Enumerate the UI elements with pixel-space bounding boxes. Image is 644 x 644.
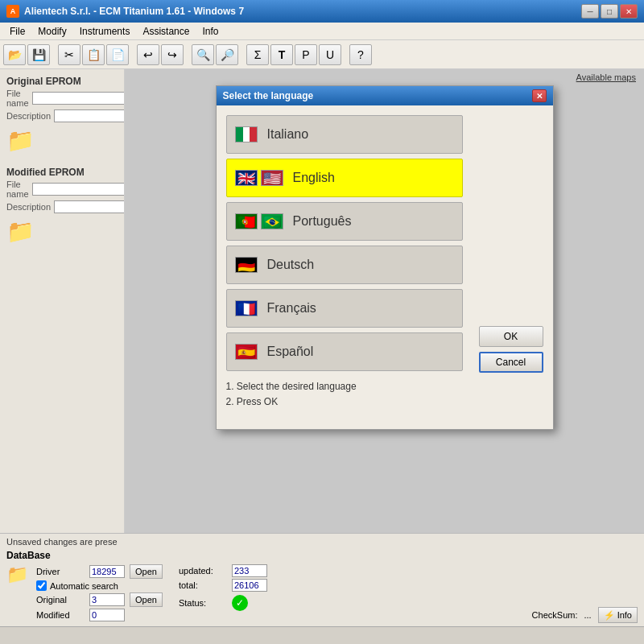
app-icon: A	[6, 5, 19, 18]
ok-button[interactable]: OK	[479, 326, 543, 347]
tb-zoom-out[interactable]: 🔎	[216, 44, 238, 65]
driver-open-button[interactable]: Open	[130, 564, 163, 579]
original-eprom-label: Original EPROM	[6, 76, 118, 87]
instructions: 1. Select the desired language 2. Press …	[226, 379, 543, 410]
close-button[interactable]: ✕	[620, 4, 638, 19]
menu-instruments[interactable]: Instruments	[73, 24, 137, 39]
flag-it	[235, 126, 258, 142]
modal-overlay: Select the language ✕ Ital	[125, 69, 644, 533]
italiano-label: Italiano	[267, 127, 309, 142]
flag-de	[235, 257, 258, 273]
flag-uk	[235, 170, 258, 186]
italiano-flags	[235, 126, 258, 142]
dialog-actions: OK Cancel	[463, 115, 543, 376]
portugues-label: Português	[293, 214, 352, 229]
tb-print[interactable]: P	[295, 44, 317, 65]
info-icon: ⚡	[604, 610, 615, 621]
original-label: Original	[36, 595, 85, 605]
language-list: Italiano English	[226, 115, 463, 376]
status-label: Status:	[179, 598, 227, 608]
driver-label: Driver	[36, 567, 85, 576]
espanol-label: Español	[267, 345, 314, 359]
dialog-close-button[interactable]: ✕	[532, 89, 547, 102]
menu-bar: File Modify Instruments Assistance Info	[0, 23, 644, 40]
left-panel: Original EPROM File name Description 📁 M…	[0, 69, 125, 533]
total-label: total:	[179, 580, 227, 590]
language-dialog: Select the language ✕ Ital	[216, 85, 554, 430]
flag-fr	[235, 300, 258, 316]
orig-desc-label: Description	[6, 111, 51, 121]
lang-english[interactable]: English	[226, 159, 463, 197]
tb-t[interactable]: T	[270, 44, 293, 65]
lang-espanol[interactable]: Español	[226, 332, 463, 371]
orig-desc-input[interactable]	[54, 109, 125, 122]
menu-assistance[interactable]: Assistance	[136, 24, 196, 39]
cancel-button[interactable]: Cancel	[479, 352, 543, 373]
francais-label: Français	[267, 301, 316, 316]
espanol-flags	[235, 344, 258, 360]
lang-francais[interactable]: Français	[226, 289, 463, 328]
english-flags	[235, 170, 283, 186]
window-title: Alientech S.r.l. - ECM Titanium 1.61 - W…	[24, 6, 244, 17]
auto-search-checkbox[interactable]	[36, 580, 47, 591]
tb-user[interactable]: U	[319, 44, 341, 65]
tb-paste[interactable]: 📄	[106, 44, 129, 65]
lang-portugues[interactable]: Português	[226, 202, 463, 241]
lang-deutsch[interactable]: Deutsch	[226, 246, 463, 284]
tb-help[interactable]: ?	[349, 44, 372, 65]
lang-italiano[interactable]: Italiano	[226, 115, 463, 154]
dialog-title-bar: Select the language ✕	[217, 86, 553, 105]
minimize-button[interactable]: ─	[581, 4, 599, 19]
orig-file-label: File name	[6, 89, 29, 108]
status-icon: ✓	[232, 595, 248, 611]
title-bar: A Alientech S.r.l. - ECM Titanium 1.61 -…	[0, 0, 644, 23]
info-button[interactable]: ⚡ Info	[598, 607, 638, 623]
tb-undo[interactable]: ↩	[137, 44, 159, 65]
checksum-value: ...	[584, 610, 591, 620]
info-label: Info	[617, 610, 632, 620]
database-folder-icon: 📁	[6, 564, 28, 585]
flag-br	[261, 213, 283, 229]
right-panel: Available maps Select the language ✕	[125, 69, 644, 533]
mod-desc-input[interactable]	[54, 200, 125, 213]
bottom-area: Unsaved changes are prese DataBase 📁 Dri…	[0, 533, 644, 626]
modified-value: 0	[89, 609, 125, 621]
updated-label: updated:	[179, 566, 227, 576]
menu-file[interactable]: File	[3, 24, 31, 39]
tb-zoom-in[interactable]: 🔍	[192, 44, 214, 65]
checksum-label: CheckSum:	[532, 610, 578, 620]
original-open-button[interactable]: Open	[130, 592, 163, 607]
dialog-body: Italiano English	[217, 105, 553, 429]
driver-value: 18295	[89, 565, 125, 578]
deutsch-flags	[235, 257, 258, 273]
francais-flags	[235, 300, 258, 316]
menu-modify[interactable]: Modify	[31, 24, 72, 39]
tb-cut[interactable]: ✂	[58, 44, 80, 65]
tb-save[interactable]: 💾	[27, 44, 50, 65]
original-value: 3	[89, 593, 125, 606]
deutsch-label: Deutsch	[267, 258, 315, 272]
mod-desc-label: Description	[6, 202, 51, 212]
instruction-2: 2. Press OK	[226, 394, 543, 410]
unsaved-msg: Unsaved changes are prese	[6, 537, 638, 547]
english-label: English	[293, 171, 335, 185]
toolbar: 📂 💾 ✂ 📋 📄 ↩ ↪ 🔍 🔎 Σ T P U ?	[0, 40, 644, 69]
updated-value: 233	[232, 564, 267, 577]
portugues-flags	[235, 213, 283, 229]
tb-redo[interactable]: ↪	[161, 44, 184, 65]
flag-es	[235, 344, 258, 360]
mod-file-input[interactable]	[32, 183, 125, 196]
flag-pt	[235, 213, 258, 229]
window-controls: ─ □ ✕	[581, 4, 638, 19]
dialog-title-text: Select the language	[223, 90, 314, 101]
mod-folder-icon: 📁	[6, 218, 118, 245]
orig-file-input[interactable]	[32, 92, 125, 105]
tb-copy[interactable]: 📋	[82, 44, 105, 65]
tb-sum[interactable]: Σ	[246, 44, 269, 65]
modified-label: Modified	[36, 610, 85, 620]
maximize-button[interactable]: □	[601, 4, 618, 19]
menu-info[interactable]: Info	[196, 24, 225, 39]
flag-us	[261, 170, 283, 186]
modified-eprom-label: Modified EPROM	[6, 167, 118, 178]
tb-open[interactable]: 📂	[3, 44, 26, 65]
